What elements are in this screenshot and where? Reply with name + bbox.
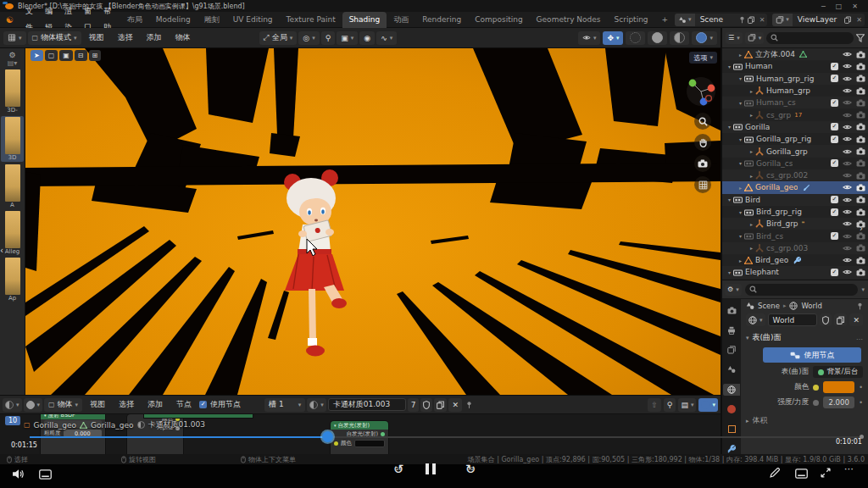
tab-modifiers[interactable] bbox=[723, 443, 740, 455]
shader-menu-add[interactable]: 添加 bbox=[142, 396, 169, 413]
pin-icon[interactable] bbox=[739, 16, 745, 24]
tab-world[interactable] bbox=[723, 384, 740, 396]
shader-menu-node[interactable]: 节点 bbox=[170, 396, 198, 413]
preview-sphere-dropdown[interactable]: ▾ bbox=[698, 398, 718, 412]
fake-user-shield-icon[interactable] bbox=[420, 398, 432, 412]
select-mode-intersect[interactable]: ⊞ bbox=[89, 50, 102, 61]
workspace-tab-geometry-nodes[interactable]: Geometry Nodes bbox=[530, 12, 608, 28]
shader-menu-view[interactable]: 视图 bbox=[84, 396, 111, 413]
editor-type-button[interactable]: ▾ bbox=[3, 398, 22, 412]
filter-funnel-icon[interactable] bbox=[856, 34, 865, 42]
fake-user-shield-icon[interactable] bbox=[820, 313, 832, 326]
viewport-menu-select[interactable]: 选择 bbox=[112, 30, 139, 46]
outliner-row[interactable]: ▾Elephant✓ bbox=[722, 266, 868, 278]
shading-material-button[interactable] bbox=[670, 31, 689, 45]
falloff-dropdown[interactable]: ∿▾ bbox=[376, 31, 397, 45]
workspace-tab-sculpting[interactable]: 雕刻 bbox=[198, 12, 226, 28]
shading-wireframe-button[interactable] bbox=[626, 31, 645, 45]
asset-thumbnail[interactable] bbox=[5, 258, 20, 295]
snap-magnet-toggle[interactable]: ⚲ bbox=[664, 398, 676, 412]
asset-thumbnail[interactable] bbox=[5, 117, 20, 154]
window-minimize-button[interactable]: ─ bbox=[821, 3, 826, 10]
viewport-menu-object[interactable]: 物体 bbox=[170, 30, 197, 46]
left-editor-icon[interactable]: ⚙ bbox=[0, 48, 25, 59]
viewlayer-name[interactable]: ViewLayer bbox=[793, 15, 842, 24]
window-close-button[interactable]: ✕ bbox=[852, 3, 858, 10]
outliner-row[interactable]: ▸cs_grp.002 bbox=[722, 169, 868, 181]
navigation-gizmo[interactable] bbox=[685, 75, 717, 108]
asset-thumbnail[interactable] bbox=[5, 211, 20, 248]
material-copy-icon[interactable] bbox=[434, 398, 447, 412]
outliner-row[interactable]: ▾Human_cs✓ bbox=[722, 97, 868, 108]
use-nodes-checkbox[interactable]: ✓使用节点 bbox=[199, 399, 241, 410]
outliner-row[interactable]: ▸cs_grp17 bbox=[722, 108, 868, 120]
viewport-menu-add[interactable]: 添加 bbox=[141, 30, 168, 46]
outliner-row[interactable]: ▾Bird✓ bbox=[722, 194, 868, 206]
scene-name[interactable]: Scene bbox=[695, 15, 739, 24]
add-workspace-button[interactable]: + bbox=[655, 12, 676, 28]
select-mode-extend[interactable]: ▣ bbox=[59, 50, 73, 61]
asset-selected[interactable]: 3D bbox=[1, 116, 24, 162]
outliner-row[interactable]: ▸Gorilla_grp bbox=[722, 145, 868, 157]
snap-magnet-toggle[interactable]: ⚲ bbox=[321, 31, 336, 45]
scene-selector[interactable]: ▾ Scene ✕ bbox=[675, 14, 767, 26]
workspace-tab-animation[interactable]: 动画 bbox=[387, 12, 415, 28]
viewport-options-dropdown[interactable]: 选项▾ bbox=[689, 52, 717, 64]
window-maximize-button[interactable]: □ bbox=[836, 3, 843, 10]
snap-target-dropdown[interactable]: ▣▾ bbox=[337, 31, 358, 45]
panel-open-chevron[interactable]: › bbox=[860, 224, 863, 233]
animate-dot[interactable]: • bbox=[859, 399, 863, 407]
shader-mode-dropdown[interactable]: ▢物体▾ bbox=[44, 398, 82, 412]
outliner-row[interactable]: ▾Human_grp_rig✓ bbox=[722, 73, 868, 85]
workspace-tab-modeling[interactable]: Modeling bbox=[149, 12, 198, 28]
workspace-tab-uv-editing[interactable]: UV Editing bbox=[226, 12, 280, 28]
world-unlink-icon[interactable]: ✕ bbox=[849, 313, 863, 326]
panel-open-chevron[interactable]: ‹ bbox=[0, 246, 8, 255]
scene-unlink-icon[interactable]: ✕ bbox=[757, 16, 768, 24]
viewport-3d[interactable]: ➤ ▢ ▣ ⊟ ⊞ 选项▾ bbox=[25, 48, 721, 395]
outliner-row[interactable]: ▸Bird_grp❝ bbox=[722, 218, 868, 230]
select-mode-subtract[interactable]: ⊟ bbox=[75, 50, 87, 61]
outliner-row-selected[interactable]: ▸Gorilla_geo bbox=[722, 181, 868, 193]
outliner-row[interactable]: ▾Bird_cs✓ bbox=[722, 230, 868, 241]
outliner-row[interactable]: ▾Gorilla_grp_rig✓ bbox=[722, 133, 868, 145]
viewlayer-copy-icon[interactable] bbox=[842, 16, 854, 24]
show-gizmo-dropdown[interactable]: ▾ bbox=[578, 31, 601, 45]
use-nodes-button[interactable]: 使用节点 bbox=[763, 347, 861, 363]
outliner-row[interactable]: ▸立方体.004 bbox=[722, 48, 868, 60]
roughness-slider[interactable]: 0.000 bbox=[64, 430, 103, 437]
material-browse-button[interactable]: ▾ bbox=[307, 398, 326, 412]
shader-type-icon[interactable]: ▾ bbox=[24, 398, 43, 412]
material-name-field[interactable]: 卡通材质01.003 bbox=[328, 398, 406, 411]
shader-node-canvas[interactable]: 10 ▾漫射 BSDF 粗糙度0.000 颜色 Alpha ▾自发光(发射) 自… bbox=[0, 414, 721, 455]
tab-view-layer[interactable] bbox=[723, 344, 740, 356]
outliner-row[interactable]: ▸cs_grp.003 bbox=[722, 242, 868, 254]
blender-menu-icon[interactable]: ☯ bbox=[0, 15, 19, 25]
workspace-tab-layout[interactable]: 布局 bbox=[120, 12, 149, 28]
outliner-row[interactable]: ▾Gorilla_cs✓ bbox=[722, 158, 868, 169]
outliner-row[interactable]: ▸Human_grp bbox=[722, 85, 868, 97]
tab-output[interactable] bbox=[723, 324, 740, 336]
shading-rendered-button[interactable]: ▾ bbox=[692, 31, 717, 45]
select-mode-set[interactable]: ▢ bbox=[45, 50, 58, 61]
strength-input-socket[interactable] bbox=[813, 400, 819, 406]
parent-node-tree-button[interactable]: ⇧ bbox=[648, 398, 661, 412]
material-slot-dropdown[interactable]: 槽 1▾ bbox=[264, 398, 305, 412]
workspace-tab-rendering[interactable]: Rendering bbox=[415, 12, 468, 28]
tab-material[interactable] bbox=[723, 403, 740, 415]
shading-solid-button[interactable] bbox=[648, 31, 667, 45]
pin-icon[interactable] bbox=[857, 302, 863, 310]
workspace-tab-compositing[interactable]: Compositing bbox=[468, 12, 529, 28]
animate-dot[interactable]: • bbox=[859, 384, 863, 391]
transform-orientation-dropdown[interactable]: ⤢ 全局▾ bbox=[259, 31, 298, 45]
properties-search-input[interactable] bbox=[745, 284, 859, 296]
asset-thumbnail[interactable] bbox=[5, 69, 20, 107]
scene-browse-icon[interactable]: ▾ bbox=[675, 14, 695, 26]
tab-object[interactable] bbox=[723, 423, 740, 435]
asset-thumbnail[interactable] bbox=[5, 164, 20, 202]
material-unlink-icon[interactable]: ✕ bbox=[448, 398, 462, 412]
editor-type-button[interactable]: ▾ bbox=[3, 31, 26, 45]
viewport-menu-view[interactable]: 视图 bbox=[83, 30, 110, 46]
volume-panel-header[interactable]: ▸体积 bbox=[741, 408, 868, 426]
world-copy-icon[interactable] bbox=[834, 313, 847, 326]
